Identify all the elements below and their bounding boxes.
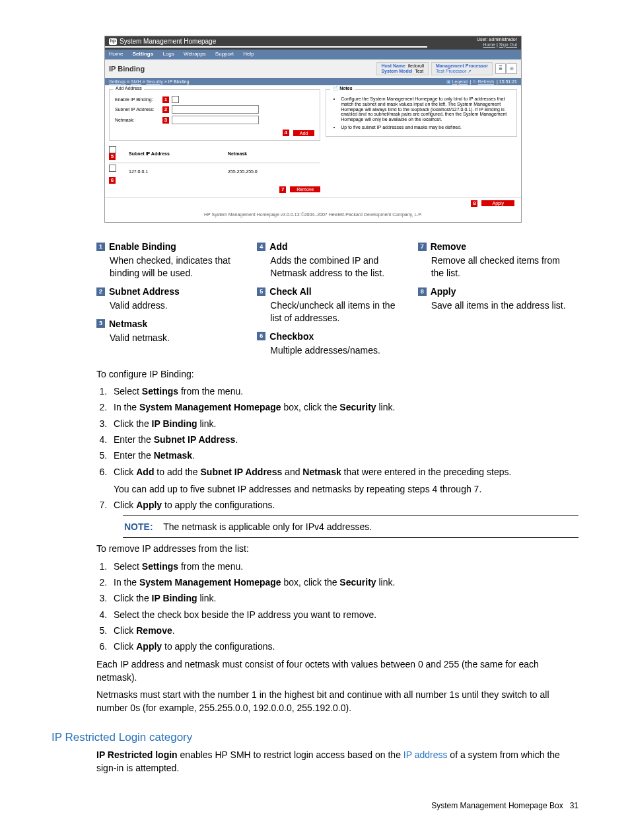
row-mask: 255.255.255.0 [228, 169, 294, 174]
remove-button[interactable]: Remove [290, 186, 320, 192]
notes-panel: 📄 Notes Configure the System Management … [326, 89, 517, 137]
add-address-fieldset: Add Address Enable IP Binding: 1 Subnet … [109, 89, 320, 141]
para-netmasks: Netmasks must start with the number 1 in… [96, 688, 578, 715]
time: 15:51:21 [499, 79, 517, 84]
enable-binding-label: Enable IP Binding: [115, 97, 160, 102]
rstep-4: Select the check box beside the IP addre… [110, 608, 578, 621]
enable-binding-checkbox[interactable] [172, 96, 179, 103]
menu-logs[interactable]: Logs [162, 51, 174, 57]
menu-settings[interactable]: Settings [133, 51, 154, 57]
callout-1: 1 [162, 96, 169, 103]
menu-help[interactable]: Help [243, 51, 254, 57]
footer-page: 31 [570, 801, 578, 810]
netmask-input[interactable] [172, 116, 259, 124]
legend-7-text: Remove all checked items from the list. [431, 254, 567, 280]
check-all-checkbox[interactable] [109, 146, 116, 153]
userbar: User: administrador Home | Sign Out [427, 36, 521, 48]
screenshot: hp System Management Homepage User: admi… [104, 36, 522, 223]
row-checkbox[interactable] [109, 165, 116, 172]
legend-2-text: Valid address. [110, 299, 245, 312]
remove-steps: Select Settings from the menu. In the Sy… [110, 560, 578, 654]
apply-button[interactable]: Apply [481, 200, 514, 206]
legend-7-title: Remove [431, 241, 466, 252]
view-list-icon[interactable]: ≣ [495, 63, 506, 74]
breadcrumb: Settings » SMH » Security » IP Binding [109, 79, 189, 85]
rstep-6: Click Apply to apply the configurations. [110, 640, 578, 653]
note-text: The netmask is applicable only for IPv4 … [163, 521, 372, 532]
legend-3-title: Netmask [109, 319, 147, 329]
subnet-input[interactable] [172, 105, 259, 114]
view-grid-icon[interactable]: ⊞ [507, 63, 517, 74]
fieldset-legend: Add Address [114, 86, 144, 91]
step-3: Click the IP Binding link. [110, 417, 578, 430]
remove-intro: To remove IP addresses from the list: [96, 542, 578, 555]
home-link[interactable]: Home [483, 42, 495, 47]
ip-address-link[interactable]: IP address [403, 749, 448, 760]
step-2: In the System Management Homepage box, c… [110, 401, 578, 414]
note-1: Configure the System Management Homepage… [341, 96, 511, 122]
step-6: Click Add to add the Subnet IP Address a… [110, 465, 578, 496]
step-5: Enter the Netmask. [110, 449, 578, 462]
legend-8-text: Save all items in the address list. [431, 299, 567, 312]
col-netmask: Netmask [228, 151, 294, 157]
configure-steps: Select Settings from the menu. In the Sy… [110, 385, 578, 512]
col-subnet: Subnet IP Address [129, 151, 228, 157]
main-menu: Home Settings Logs Webapps Support Help [105, 50, 521, 59]
app-title: System Management Homepage [120, 38, 216, 45]
address-table: 5 Subnet IP Address Netmask 6 127.0.0.1 … [109, 146, 320, 192]
callout-8: 8 [471, 200, 477, 207]
row-ip: 127.0.0.1 [129, 169, 228, 174]
legend-1-text: When checked, indicates that binding wil… [110, 254, 245, 280]
rstep-2: In the System Management Homepage box, c… [110, 576, 578, 589]
legend-1-title: Enable Binding [109, 241, 176, 252]
page-footer: System Management Homepage Box 31 [52, 801, 578, 810]
section-heading: IP Restricted Login category [52, 731, 578, 744]
callout-3: 3 [162, 117, 169, 124]
note-2: Up to five subnet IP addresses and masks… [341, 125, 511, 130]
callout-5: 5 [109, 153, 116, 160]
hp-logo-icon: hp [109, 38, 117, 45]
callout-7: 7 [279, 186, 286, 193]
menu-webapps[interactable]: Webapps [184, 51, 206, 57]
legend-4-text: Adds the combined IP and Netmask address… [270, 254, 405, 280]
step-4: Enter the Subnet IP Address. [110, 433, 578, 446]
callout-6: 6 [109, 177, 116, 184]
copyright: HP System Management Homepage v3.0.0.13 … [105, 210, 521, 223]
netmask-label: Netmask: [115, 118, 160, 123]
page-title: IP Binding [109, 65, 145, 73]
host-info: Host Name iledoruli System Model Test [376, 62, 429, 75]
legend-8-title: Apply [431, 286, 456, 297]
callout-4: 4 [283, 130, 289, 136]
signout-link[interactable]: Sign Out [499, 42, 517, 47]
mgmt-proc-info: Management Processor Test Processor ↗ [431, 62, 493, 75]
menu-support[interactable]: Support [215, 51, 234, 57]
legend-grid: 1Enable Binding When checked, indicates … [96, 241, 578, 363]
callout-2: 2 [162, 106, 169, 113]
crumb-security[interactable]: Security [146, 79, 162, 84]
rstep-1: Select Settings from the menu. [110, 560, 578, 573]
add-button[interactable]: Add [293, 130, 314, 136]
crumb-current: IP Binding [168, 79, 190, 84]
step-7: Click Apply to apply the configurations. [110, 498, 578, 512]
legend-4-title: Add [269, 241, 287, 252]
legend-2-title: Subnet Address [109, 286, 180, 297]
legend-6-text: Multiple addresses/names. [270, 344, 405, 357]
step-1: Select Settings from the menu. [110, 385, 578, 398]
legend-link[interactable]: Legend [452, 79, 468, 84]
section-para: IP Restricted login enables HP SMH to re… [96, 748, 578, 775]
app-titlebar: hp System Management Homepage [105, 36, 427, 46]
legend-5-text: Check/uncheck all items in the list of a… [270, 299, 405, 325]
crumb-settings[interactable]: Settings [109, 79, 125, 84]
refresh-link[interactable]: Refresh [478, 79, 495, 84]
subnet-label: Subnet IP Address: [115, 107, 160, 112]
rstep-5: Click Remove. [110, 624, 578, 637]
rstep-3: Click the IP Binding link. [110, 592, 578, 605]
legend-6-title: Checkbox [269, 331, 314, 342]
note-label: NOTE: [124, 521, 153, 532]
note-box: NOTE: The netmask is applicable only for… [123, 515, 578, 538]
crumb-smh[interactable]: SMH [131, 79, 141, 84]
footer-text: System Management Homepage Box [431, 801, 563, 810]
legend-3-text: Valid netmask. [110, 332, 245, 344]
menu-home[interactable]: Home [109, 51, 123, 57]
configure-intro: To configure IP Binding: [96, 367, 578, 381]
